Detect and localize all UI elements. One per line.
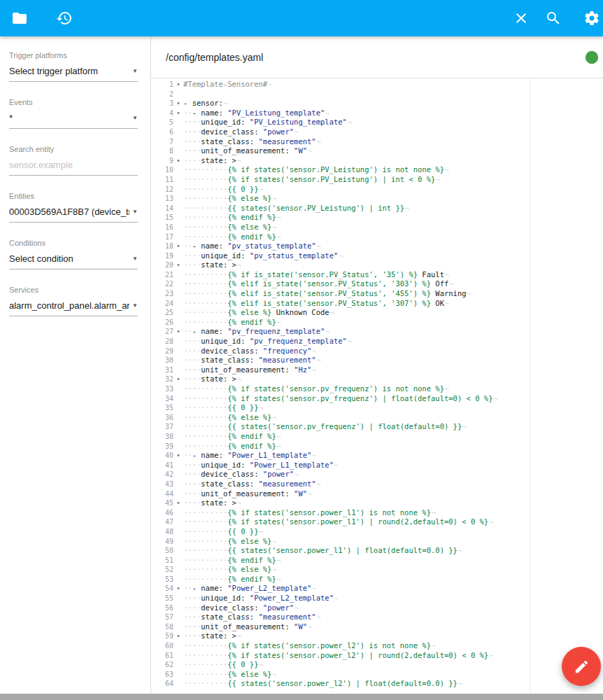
services-select[interactable]: alarm_control_panel.alarm_ar…▼ [9, 300, 138, 316]
code-line[interactable]: 30····state_class: "measurement"¬ [151, 356, 603, 365]
code-line[interactable]: 51··········{% endif %}¬ [151, 556, 603, 566]
line-number: 52 [151, 565, 173, 575]
folder-button[interactable] [11, 10, 28, 27]
code-line[interactable]: 42····device_class: "power"¬ [151, 470, 603, 479]
fold-arrow-icon[interactable]: ▾ [173, 631, 183, 641]
code-line[interactable]: 55····unique_id: "Power_L2_template"¬ [151, 594, 603, 603]
code-line[interactable]: 1▾#Template-Sensoren#¬ [151, 80, 603, 90]
code-line[interactable]: 8····unit_of_measurement: "W"¬ [151, 146, 603, 156]
code-line[interactable]: 31····unit_of_measurement: "Hz"¬ [151, 365, 603, 375]
code-line[interactable]: 58····unit_of_measurement: "W"¬ [151, 622, 603, 632]
code-line[interactable]: 49··········{% else %}¬ [151, 537, 603, 547]
code-line[interactable]: 28····unique_id: "pv_frequenz_template"¬ [151, 337, 603, 346]
code-line[interactable]: 52··········{% else %}¬ [151, 565, 603, 575]
close-button[interactable] [513, 10, 530, 27]
code-line[interactable]: 37··········{{ states('sensor.pv_frequen… [151, 422, 603, 432]
code-line[interactable]: 64··········{{ states('sensor.power_l2')… [151, 679, 603, 689]
conditions-select[interactable]: Select condition▼ [9, 253, 138, 270]
gutter: 15 [151, 213, 183, 223]
fold-arrow-icon[interactable]: ▾ [173, 99, 183, 108]
code-line[interactable]: 32▾····state: >¬ [151, 374, 603, 384]
code-line[interactable]: 36··········{% else %}¬ [151, 413, 603, 423]
code-line[interactable]: 16··········{% else %}¬ [151, 223, 603, 232]
code-line[interactable]: 47··········{% if states('sensor.power_l… [151, 517, 603, 527]
history-button[interactable] [56, 10, 73, 27]
settings-button[interactable] [583, 10, 600, 27]
fold-arrow-icon[interactable]: ▾ [173, 451, 183, 461]
code-line[interactable]: 6····device_class: "power"¬ [151, 127, 603, 137]
eol-marker: ¬ [312, 348, 315, 355]
code-line[interactable]: 60··········{% if states('sensor.power_l… [151, 641, 603, 651]
fold-arrow-icon[interactable]: ▾ [173, 241, 183, 251]
code-line[interactable]: 48··········{{ 0 }}¬ [151, 527, 603, 537]
fold-arrow-icon[interactable]: ▾ [173, 108, 183, 118]
code-editor[interactable]: 1▾#Template-Sensoren#¬23▾- sensor:¬4▾··-… [151, 78, 603, 700]
fold-arrow-icon[interactable]: ▾ [173, 498, 183, 508]
code-line[interactable]: 4▾··- name: "PV_Leistung_template"¬ [151, 108, 603, 118]
code-text: ··········{% if states('sensor.pv_freque… [183, 394, 497, 404]
sidebar-field: ConditionsSelect condition▼ [9, 239, 138, 270]
code-line[interactable]: 56····device_class: "power"¬ [151, 603, 603, 613]
edit-fab-button[interactable] [562, 647, 601, 686]
fold-arrow-icon[interactable]: ▾ [173, 80, 183, 90]
fold-arrow-icon[interactable]: ▾ [173, 374, 183, 384]
code-line[interactable]: 45▾····state: >¬ [151, 498, 603, 508]
code-line[interactable]: 21··········{% if is_state('sensor.PV_St… [151, 270, 603, 280]
gutter: 47 [151, 517, 183, 527]
fold-arrow-icon[interactable]: ▾ [173, 584, 183, 594]
fold-arrow-icon[interactable]: ▾ [173, 156, 183, 166]
code-line[interactable]: 2 [151, 90, 603, 99]
trigger-platform-select[interactable]: Select trigger platform▼ [9, 66, 138, 82]
code-line[interactable]: 3▾- sensor:¬ [151, 99, 603, 108]
code-line[interactable]: 14··········{{ states('sensor.PV_Leistun… [151, 204, 603, 214]
code-line[interactable]: 34··········{% if states('sensor.pv_freq… [151, 394, 603, 404]
file-path-input[interactable]: /config/templates.yaml [166, 52, 263, 63]
code-line[interactable]: 54▾··- name: "Power_L2_template"¬ [151, 584, 603, 594]
code-line[interactable]: 63··········{% else %}¬ [151, 670, 603, 680]
code-line[interactable]: 24··········{% elif is_state('sensor.PV_… [151, 299, 603, 309]
code-line[interactable]: 29····device_class: "frequency"¬ [151, 346, 603, 356]
code-line[interactable]: 19····unique_id: "pv_status_template"¬ [151, 251, 603, 261]
code-line[interactable]: 50··········{{ states('sensor.power_l1')… [151, 546, 603, 556]
events-select[interactable]: *▼ [9, 113, 138, 129]
code-line[interactable]: 27▾··- name: "pv_frequenz_template"¬ [151, 327, 603, 337]
code-line[interactable]: 12··········{{ 0 }}¬ [151, 185, 603, 195]
search-entity-input[interactable]: sensor.example [9, 160, 138, 176]
code-text: ····state: >¬ [183, 260, 241, 270]
code-line[interactable]: 46··········{% if states('sensor.power_l… [151, 508, 603, 518]
code-line[interactable]: 18▾··- name: "pv_status_template"¬ [151, 241, 603, 251]
code-line[interactable]: 9▾····state: >¬ [151, 156, 603, 166]
code-line[interactable]: 43····state_class: "measurement"¬ [151, 479, 603, 489]
code-line[interactable]: 53··········{% endif %}¬ [151, 575, 603, 584]
code-line[interactable]: 23··········{% elif is_state('sensor.PV_… [151, 289, 603, 299]
code-line[interactable]: 61··········{% if states('sensor.power_l… [151, 651, 603, 661]
code-line[interactable]: 5····unique_id: "PV_Leistung_template"¬ [151, 118, 603, 127]
code-line[interactable]: 62··········{{ 0 }}¬ [151, 660, 603, 670]
code-line[interactable]: 10··········{% if states('sensor.PV_Leis… [151, 165, 603, 175]
code-line[interactable]: 33··········{% if states('sensor.pv_freq… [151, 384, 603, 394]
code-line[interactable]: 39··········{% endif %}¬ [151, 442, 603, 451]
code-line[interactable]: 40▾··- name: "Power_L1_template"¬ [151, 451, 603, 461]
code-line[interactable]: 38··········{% endif %}¬ [151, 432, 603, 442]
code-line[interactable]: 22··········{% elif is_state('sensor.PV_… [151, 279, 603, 289]
code-line[interactable]: 17··········{% endif %}¬ [151, 232, 603, 242]
horizontal-scrollbar[interactable] [0, 694, 603, 700]
code-line[interactable]: 11··········{% if states('sensor.PV_Leis… [151, 175, 603, 185]
indent-dots: ·· [183, 241, 192, 250]
code-line[interactable]: 44····unit_of_measurement: "W"¬ [151, 489, 603, 499]
code-line[interactable]: 7····state_class: "measurement"¬ [151, 137, 603, 147]
code-line[interactable]: 13··········{% else %}¬ [151, 194, 603, 204]
search-button[interactable] [545, 10, 562, 27]
fold-arrow-icon[interactable]: ▾ [173, 327, 183, 337]
entities-select[interactable]: 00003D569A1F8B7 (device_tr…▼ [9, 206, 138, 223]
code-line[interactable]: 57····state_class: "measurement"¬ [151, 612, 603, 622]
code-line[interactable]: 26··········{% endif %}¬ [151, 318, 603, 328]
code-line[interactable]: 59▾····state: >¬ [151, 631, 603, 641]
code-line[interactable]: 35··········{{ 0 }}¬ [151, 403, 603, 413]
code-line[interactable]: 25··········{% else %} Unknown Code¬ [151, 308, 603, 318]
fold-arrow-icon[interactable]: ▾ [173, 260, 183, 270]
line-number: 45 [151, 498, 173, 508]
code-line[interactable]: 20▾····state: >¬ [151, 260, 603, 270]
code-line[interactable]: 15··········{% endif %}¬ [151, 213, 603, 223]
code-line[interactable]: 41····unique_id: "Power_L1_template"¬ [151, 461, 603, 470]
